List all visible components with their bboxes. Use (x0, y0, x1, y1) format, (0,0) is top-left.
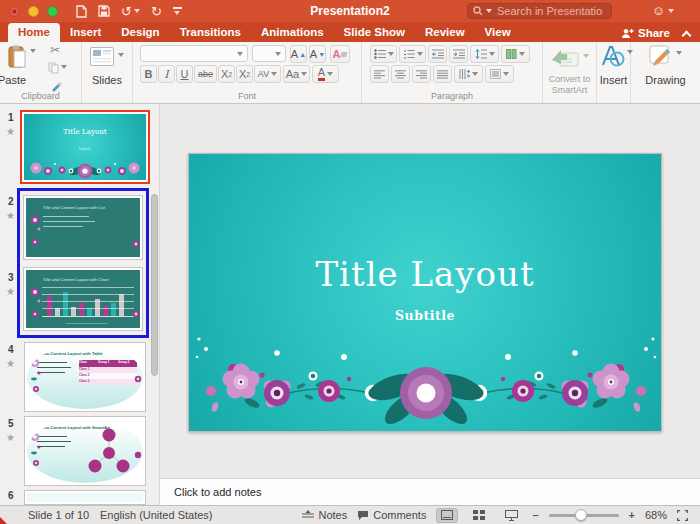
bullets-button[interactable] (370, 45, 397, 63)
slide-canvas[interactable]: Title Layout Subtitle (188, 153, 662, 432)
grow-font-button[interactable]: A▲ (290, 45, 307, 63)
slide-6-thumbnail[interactable] (24, 490, 146, 505)
cut-icon[interactable]: ✂ (50, 43, 60, 57)
transition-star-icon: ★ (6, 432, 15, 443)
fit-slide-icon[interactable] (677, 510, 688, 521)
font-color-button[interactable]: A (312, 65, 339, 83)
convert-to-smartart-button[interactable] (551, 47, 589, 67)
thumbnail-scrollbar[interactable] (151, 194, 158, 376)
zoom-slider[interactable] (549, 514, 619, 517)
decrease-indent-button[interactable] (428, 45, 447, 63)
slide-sorter-view-button[interactable] (468, 508, 490, 523)
slides-button[interactable] (90, 47, 124, 66)
tab-review[interactable]: Review (415, 23, 475, 42)
superscript-button[interactable]: X2 (218, 65, 235, 83)
increase-indent-button[interactable] (449, 45, 468, 63)
slide-subtitle[interactable]: Subtitle (189, 308, 661, 323)
italic-button[interactable]: I (158, 65, 175, 83)
tab-insert[interactable]: Insert (60, 23, 111, 42)
share-button[interactable]: Share (621, 27, 670, 39)
underline-button[interactable]: U (176, 65, 193, 83)
slide-show-button[interactable] (500, 508, 522, 523)
bullets-icon (374, 49, 386, 59)
slide-2-number: 2 (8, 196, 14, 207)
line-spacing-button[interactable] (470, 45, 499, 63)
justify-button[interactable] (433, 65, 452, 83)
insert-button[interactable] (601, 45, 633, 67)
undo-caret-icon[interactable] (134, 9, 140, 13)
slide-4-thumbnail[interactable]: Two-Content Layout with Table Class Grou… (24, 342, 146, 412)
tab-home[interactable]: Home (8, 23, 60, 42)
copy-icon (48, 62, 59, 74)
paste-button[interactable] (8, 45, 36, 69)
drawing-button[interactable] (649, 45, 682, 67)
text-direction-button[interactable] (454, 65, 483, 83)
slides-label: Slides (82, 74, 132, 86)
drawing-icon (649, 45, 673, 67)
slide-editor: Title Layout Subtitle (160, 104, 700, 505)
change-case-button[interactable]: Aa (283, 65, 310, 83)
font-size-combo[interactable] (252, 45, 286, 62)
line-spacing-icon (475, 49, 487, 59)
tab-view[interactable]: View (475, 23, 521, 42)
zoom-out-button[interactable]: – (532, 509, 538, 521)
zoom-in-button[interactable]: + (629, 509, 635, 521)
bold-button[interactable]: B (140, 65, 157, 83)
tab-transitions[interactable]: Transitions (170, 23, 251, 42)
search-input[interactable] (495, 4, 605, 18)
align-text-button[interactable] (485, 65, 514, 83)
zoom-level[interactable]: 68% (645, 509, 667, 521)
slide-3-number: 3 (8, 272, 14, 283)
feedback-control[interactable]: ☺ (652, 3, 674, 18)
align-left-button[interactable] (370, 65, 389, 83)
clear-formatting-button[interactable]: A (330, 45, 350, 63)
feedback-caret-icon (668, 9, 674, 13)
align-center-button[interactable] (391, 65, 410, 83)
notes-pane[interactable]: Click to add notes (160, 478, 700, 505)
slides-icon (90, 47, 114, 66)
close-window-button[interactable] (9, 6, 20, 17)
share-person-icon (621, 28, 634, 39)
slide-title[interactable]: Title Layout (189, 254, 661, 294)
redo-icon[interactable]: ↻ (151, 5, 162, 18)
search-scope-caret-icon[interactable] (486, 9, 492, 13)
language-status[interactable]: English (United States) (100, 509, 213, 521)
normal-view-button[interactable] (436, 508, 458, 523)
numbering-button[interactable] (399, 45, 426, 63)
minimize-window-button[interactable] (28, 6, 39, 17)
new-document-icon[interactable] (76, 5, 87, 18)
strikethrough-button[interactable]: abe (194, 65, 217, 83)
comments-toggle[interactable]: Comments (357, 509, 426, 521)
insert-icon (601, 45, 625, 67)
columns-button[interactable] (501, 45, 530, 63)
collapse-ribbon-icon[interactable] (682, 31, 692, 41)
slide-counter: Slide 1 of 10 (28, 509, 89, 521)
slide-2-thumbnail[interactable]: Title and Content Layout with List (23, 195, 143, 260)
font-name-combo[interactable] (140, 45, 248, 62)
clipboard-group: ✂ Paste Clipboard (0, 42, 82, 103)
thumb3-flowers (26, 270, 140, 329)
slide-sorter-icon (473, 510, 485, 520)
slide-3-thumbnail[interactable]: Title and Content Layout with Chart (23, 267, 143, 332)
zoom-window-button[interactable] (47, 6, 58, 17)
copy-button[interactable] (48, 62, 67, 74)
zoom-slider-thumb[interactable] (575, 509, 587, 521)
workspace: 1 ★ Title Layout Subtitle (0, 104, 700, 505)
shrink-font-button[interactable]: A▼ (309, 45, 326, 63)
align-right-button[interactable] (412, 65, 431, 83)
ribbon: ✂ Paste Clipboard Slides A▲ A▼ A B I U a… (0, 42, 700, 104)
slide-1-thumbnail[interactable]: Title Layout Subtitle (20, 110, 150, 184)
notes-toggle[interactable]: Notes (302, 509, 347, 521)
customize-toolbar-icon[interactable] (173, 7, 182, 15)
tab-animations[interactable]: Animations (251, 23, 334, 42)
save-icon[interactable] (98, 5, 110, 17)
screen-corner-artifact (0, 517, 7, 524)
tab-slide-show[interactable]: Slide Show (334, 23, 415, 42)
search-box[interactable] (467, 3, 612, 19)
undo-icon[interactable]: ↺ (121, 5, 132, 18)
character-spacing-button[interactable]: AV (254, 65, 281, 83)
slide-5-thumbnail[interactable]: Two-Content Layout with SmartArt (24, 416, 146, 486)
insert-group: Insert (597, 42, 631, 103)
tab-design[interactable]: Design (111, 23, 169, 42)
subscript-button[interactable]: X2 (236, 65, 253, 83)
